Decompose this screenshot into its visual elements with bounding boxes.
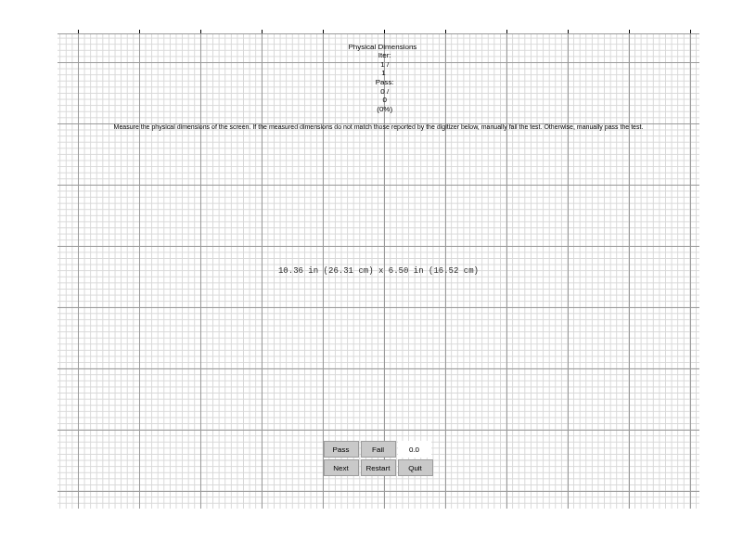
next-button[interactable]: Next — [324, 459, 359, 476]
control-bar: Pass Fail 0.0 Next Restart Quit — [324, 441, 433, 476]
pass-button[interactable]: Pass — [324, 441, 359, 458]
fail-button[interactable]: Fail — [361, 441, 396, 458]
measurement-grid — [58, 33, 699, 509]
quit-button[interactable]: Quit — [398, 459, 433, 476]
value-readout: 0.0 — [398, 441, 431, 458]
restart-button[interactable]: Restart — [361, 459, 396, 476]
